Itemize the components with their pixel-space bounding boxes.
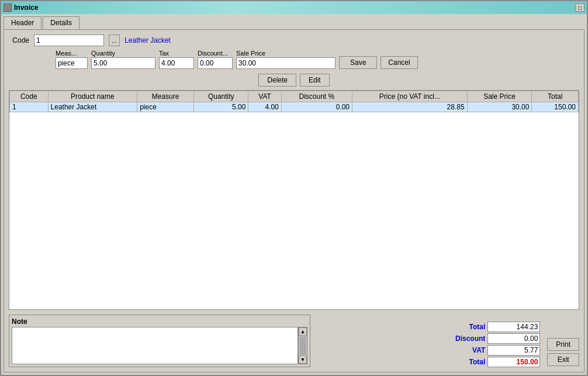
scroll-down-btn[interactable]: ▼ — [299, 356, 307, 364]
window-icon — [4, 4, 12, 12]
measure-input[interactable] — [56, 57, 88, 69]
summary-total-label: Total — [450, 323, 485, 331]
summary-total-value: 144.23 — [487, 322, 540, 332]
discount-input[interactable] — [198, 57, 233, 69]
col-total: Total — [532, 91, 579, 102]
window-title: Invoice — [14, 4, 38, 12]
discount-label: Discount... — [198, 50, 233, 57]
summary-total-bottom-label: Total — [450, 358, 485, 366]
quantity-group: Quantity — [91, 50, 155, 69]
summary-vat-row: VAT 5.77 — [450, 345, 540, 356]
measure-label: Meas... — [56, 50, 88, 57]
table-row[interactable]: 1 Leather Jacket piece 5.00 4.00 0.00 28… — [10, 102, 579, 112]
scroll-thumb — [299, 336, 306, 355]
summary-table: Total 144.23 Discount 0.00 VAT 5.77 Tota… — [450, 322, 540, 367]
cell-sale-price: 30.00 — [467, 102, 532, 112]
col-discount-pct: Discount % — [281, 91, 352, 102]
col-vat: VAT — [248, 91, 281, 102]
sale-price-input[interactable] — [236, 57, 335, 69]
tax-label: Tax — [159, 50, 194, 57]
col-code: Code — [10, 91, 49, 102]
invoice-table: Code Product name Measure Quantity VAT D… — [9, 91, 579, 112]
sale-price-group: Sale Price — [236, 50, 335, 69]
maximize-button[interactable]: □ — [575, 4, 584, 12]
measure-group: Meas... — [56, 50, 88, 69]
col-quantity: Quantity — [194, 91, 248, 102]
product-name-link[interactable]: Leather Jacket — [124, 36, 171, 44]
col-sale-price: Sale Price — [467, 91, 532, 102]
note-content: ▲ ▼ — [12, 327, 307, 364]
cell-product-name: Leather Jacket — [48, 102, 137, 112]
note-box: Note ▲ ▼ — [9, 315, 310, 367]
sub-form-row: Meas... Quantity Tax Discount... Sale Pr… — [9, 50, 579, 69]
tax-input[interactable] — [159, 57, 194, 69]
discount-group: Discount... — [198, 50, 233, 69]
action-buttons: Delete Edit — [9, 74, 579, 87]
delete-button[interactable]: Delete — [258, 74, 296, 87]
summary-total-bottom-value: 150.00 — [487, 357, 540, 367]
cell-code: 1 — [10, 102, 49, 112]
summary-total-row: Total 144.23 — [450, 322, 540, 332]
tab-header[interactable]: Header — [4, 16, 41, 29]
note-textarea[interactable] — [12, 327, 298, 364]
col-measure: Measure — [137, 91, 194, 102]
quantity-input[interactable] — [91, 57, 155, 69]
code-row: Code ... Leather Jacket — [9, 35, 579, 46]
scroll-up-btn[interactable]: ▲ — [299, 327, 307, 336]
quantity-label: Quantity — [91, 50, 155, 57]
summary-discount-row: Discount 0.00 — [450, 333, 540, 344]
sale-price-label: Sale Price — [236, 50, 335, 57]
tab-details[interactable]: Details — [43, 16, 79, 29]
print-button[interactable]: Print — [547, 338, 579, 351]
col-product-name: Product name — [48, 91, 137, 102]
summary-vat-label: VAT — [450, 346, 485, 354]
cell-price-no-vat: 28.85 — [352, 102, 467, 112]
bottom-section: Note ▲ ▼ Total 144.23 — [9, 315, 579, 367]
table-header-row: Code Product name Measure Quantity VAT D… — [10, 91, 579, 102]
cell-total: 150.00 — [532, 102, 579, 112]
code-label: Code — [9, 36, 29, 44]
cell-quantity: 5.00 — [194, 102, 248, 112]
summary-discount-value: 0.00 — [487, 333, 540, 344]
summary-section: Total 144.23 Discount 0.00 VAT 5.77 Tota… — [450, 315, 579, 367]
cell-measure: piece — [137, 102, 194, 112]
summary-discount-label: Discount — [450, 334, 485, 343]
tab-bar: Header Details — [1, 14, 587, 29]
print-exit-buttons: Print Exit — [547, 338, 579, 366]
save-button[interactable]: Save — [339, 56, 377, 69]
note-label: Note — [12, 318, 307, 326]
title-bar: Invoice □ — [1, 1, 587, 14]
cancel-button[interactable]: Cancel — [381, 56, 417, 69]
tax-group: Tax — [159, 50, 194, 69]
cell-vat: 4.00 — [248, 102, 281, 112]
summary-total-bottom-row: Total 150.00 — [450, 357, 540, 367]
edit-button[interactable]: Edit — [300, 74, 330, 87]
invoice-window: Invoice □ Header Details Code ... Leathe… — [0, 0, 588, 376]
exit-button[interactable]: Exit — [547, 353, 579, 366]
invoice-table-container: Code Product name Measure Quantity VAT D… — [9, 90, 579, 310]
note-scrollbar[interactable]: ▲ ▼ — [298, 327, 307, 364]
col-price-no-vat: Price (no VAT incl... — [352, 91, 467, 102]
cell-discount-pct: 0.00 — [281, 102, 352, 112]
code-input[interactable] — [34, 35, 104, 46]
summary-vat-value: 5.77 — [487, 345, 540, 356]
browse-button[interactable]: ... — [109, 35, 120, 46]
main-content: Code ... Leather Jacket Meas... Quantity… — [4, 29, 584, 372]
